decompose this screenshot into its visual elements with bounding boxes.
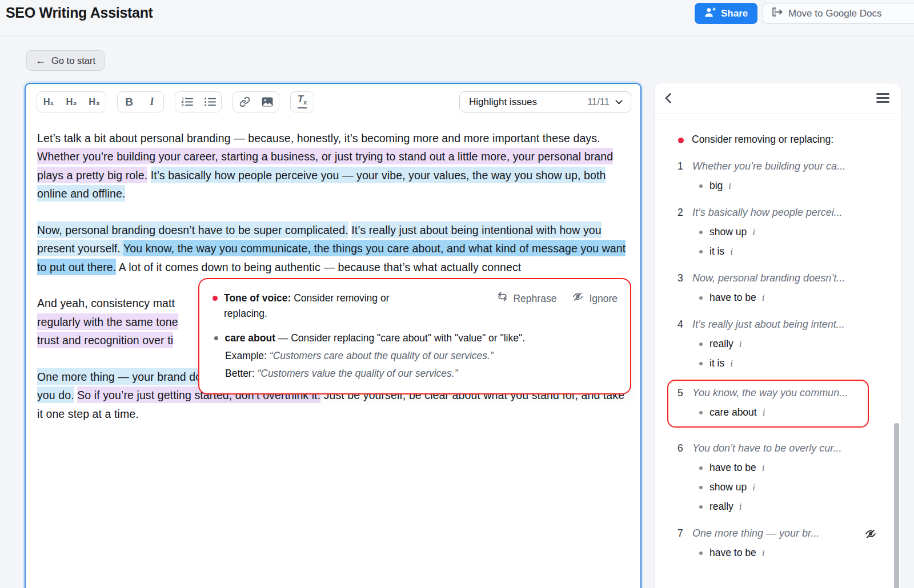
highlight-issues-dropdown[interactable]: Highlight issues 11/11 bbox=[459, 91, 631, 112]
issue-sentence[interactable]: 1Whether you’re building your ca... bbox=[678, 160, 869, 172]
issue-term[interactable]: reallyi bbox=[699, 501, 869, 513]
info-icon[interactable]: i bbox=[762, 547, 765, 559]
issue-sentence[interactable]: 7One more thing — your br... bbox=[678, 527, 869, 539]
term-label[interactable]: it is bbox=[709, 357, 724, 369]
insert-group bbox=[232, 91, 279, 112]
tone-of-voice-popup: Tone of voice: Consider removing or repl… bbox=[198, 278, 631, 394]
issue-sentence-text[interactable]: Now, personal branding doesn’t... bbox=[692, 272, 845, 284]
term-label[interactable]: it is bbox=[709, 245, 724, 257]
issue-group-header: Consider removing or replacing: bbox=[678, 134, 889, 146]
issue-sentence[interactable]: 5You know, the way you commun... bbox=[678, 387, 868, 399]
issue-sentence-text[interactable]: You know, the way you commun... bbox=[692, 387, 848, 399]
issue-sentence-text[interactable]: You don’t have to be overly cur... bbox=[692, 442, 842, 454]
info-icon[interactable]: i bbox=[762, 462, 765, 474]
clear-formatting-icon[interactable]: Tx bbox=[291, 92, 314, 112]
term-label[interactable]: show up bbox=[709, 481, 747, 493]
term-label[interactable]: big bbox=[709, 180, 723, 192]
hidden-eye-slash-icon[interactable] bbox=[864, 528, 877, 542]
image-icon[interactable] bbox=[256, 92, 279, 112]
info-icon[interactable]: i bbox=[728, 180, 731, 192]
info-icon[interactable]: i bbox=[730, 358, 733, 369]
term-bullet bbox=[699, 296, 703, 300]
go-to-start-button[interactable]: ← Go to start bbox=[26, 50, 105, 71]
italic-button[interactable]: I bbox=[141, 92, 163, 112]
sidebar-scrollbar-thumb[interactable] bbox=[894, 423, 899, 588]
editor-toolbar: H₁ H₂ H₃ B I Tx bbox=[26, 84, 640, 112]
term-label[interactable]: really bbox=[709, 501, 733, 513]
term-bullet bbox=[699, 343, 703, 346]
page-title: SEO Writing Assistant bbox=[6, 5, 153, 21]
issue-sentence[interactable]: 2It’s basically how people percei... bbox=[678, 207, 869, 219]
issue-number: 4 bbox=[678, 319, 692, 331]
issue-number: 7 bbox=[678, 527, 692, 539]
format-group: B I bbox=[117, 91, 164, 112]
issue-number: 1 bbox=[678, 160, 692, 172]
issue-term[interactable]: have to bei bbox=[699, 292, 869, 304]
term-bullet bbox=[699, 486, 703, 489]
eye-slash-icon bbox=[572, 291, 584, 307]
info-icon[interactable]: i bbox=[763, 407, 765, 418]
info-icon[interactable]: i bbox=[762, 292, 765, 304]
list-group bbox=[175, 91, 222, 112]
move-to-google-docs-label: Move to Google Docs bbox=[788, 8, 881, 19]
example-line: Example: “Customers care about the quali… bbox=[225, 348, 618, 364]
info-icon[interactable]: i bbox=[752, 482, 755, 493]
issue-term[interactable]: have to bei bbox=[699, 462, 869, 474]
rephrase-button[interactable]: Rephrase bbox=[497, 291, 556, 307]
info-icon[interactable]: i bbox=[739, 501, 742, 513]
highlighted-segment[interactable]: Now, personal branding doesn’t have to b… bbox=[37, 221, 348, 238]
issue-term[interactable]: it isi bbox=[699, 357, 869, 369]
share-label: Share bbox=[721, 8, 748, 19]
issue-sentence[interactable]: 4It’s really just about being intent... bbox=[678, 319, 869, 331]
info-icon[interactable]: i bbox=[739, 339, 742, 350]
app-header: SEO Writing Assistant Share Move to Goog… bbox=[0, 0, 914, 35]
issue-term[interactable]: show upi bbox=[699, 481, 869, 493]
issue-term[interactable]: reallyi bbox=[699, 338, 869, 350]
issue-term[interactable]: have to bei bbox=[699, 547, 869, 559]
share-button[interactable]: Share bbox=[695, 3, 757, 24]
ignore-button[interactable]: Ignore bbox=[572, 291, 618, 307]
bold-button[interactable]: B bbox=[118, 92, 141, 112]
issue-item: 6You don’t have to be overly cur...have … bbox=[668, 442, 869, 513]
issue-sentence-text[interactable]: It’s really just about being intent... bbox=[692, 319, 845, 331]
issue-sentence[interactable]: 6You don’t have to be overly cur... bbox=[678, 442, 869, 454]
term-label[interactable]: show up bbox=[709, 226, 747, 238]
heading-group: H₁ H₂ H₃ bbox=[37, 91, 106, 112]
bullet-list-icon[interactable] bbox=[198, 92, 221, 112]
link-icon[interactable] bbox=[233, 92, 256, 112]
info-icon[interactable]: i bbox=[752, 227, 755, 238]
issue-number: 5 bbox=[678, 387, 692, 399]
h2-button[interactable]: H₂ bbox=[60, 92, 83, 112]
sidebar-header bbox=[655, 83, 901, 114]
highlight-issues-label: Highlight issues bbox=[469, 96, 587, 108]
issue-sentence[interactable]: 3Now, personal branding doesn’t... bbox=[678, 272, 869, 284]
issue-sentence-text[interactable]: Whether you’re building your ca... bbox=[692, 160, 845, 172]
better-line: Better: “Customers value the quality of … bbox=[225, 366, 618, 381]
term-label[interactable]: really bbox=[709, 338, 733, 350]
issue-term[interactable]: it isi bbox=[699, 245, 869, 257]
scroll-shadow bbox=[655, 119, 901, 119]
h1-button[interactable]: H₁ bbox=[37, 92, 60, 112]
suggestion-bullet bbox=[214, 336, 218, 340]
h3-button[interactable]: H₃ bbox=[83, 92, 106, 112]
highlight-issues-count: 11/11 bbox=[587, 96, 610, 107]
term-label[interactable]: have to be bbox=[709, 547, 756, 559]
highlighted-segment[interactable]: trust and recognition over ti bbox=[37, 332, 173, 348]
term-label[interactable]: care about bbox=[709, 406, 757, 418]
issue-item: 4It’s really just about being intent...r… bbox=[668, 319, 869, 369]
menu-icon[interactable] bbox=[876, 93, 889, 106]
issue-term[interactable]: care abouti bbox=[699, 406, 868, 418]
issue-term[interactable]: bigi bbox=[699, 180, 869, 192]
highlighted-segment[interactable]: regularly with the same tone bbox=[37, 313, 178, 330]
ordered-list-icon[interactable] bbox=[175, 92, 198, 112]
term-label[interactable]: have to be bbox=[709, 462, 756, 474]
info-icon[interactable]: i bbox=[730, 246, 733, 257]
issue-sentence-text[interactable]: One more thing — your br... bbox=[692, 527, 819, 539]
collapse-sidebar-icon[interactable] bbox=[664, 92, 672, 107]
issue-sentence-text[interactable]: It’s basically how people percei... bbox=[692, 207, 843, 219]
move-to-google-docs-button[interactable]: Move to Google Docs bbox=[763, 3, 914, 24]
text-segment bbox=[147, 167, 151, 183]
issue-term[interactable]: show upi bbox=[699, 226, 869, 238]
issue-item: 1Whether you’re building your ca...bigi bbox=[668, 160, 869, 192]
term-label[interactable]: have to be bbox=[709, 292, 756, 304]
